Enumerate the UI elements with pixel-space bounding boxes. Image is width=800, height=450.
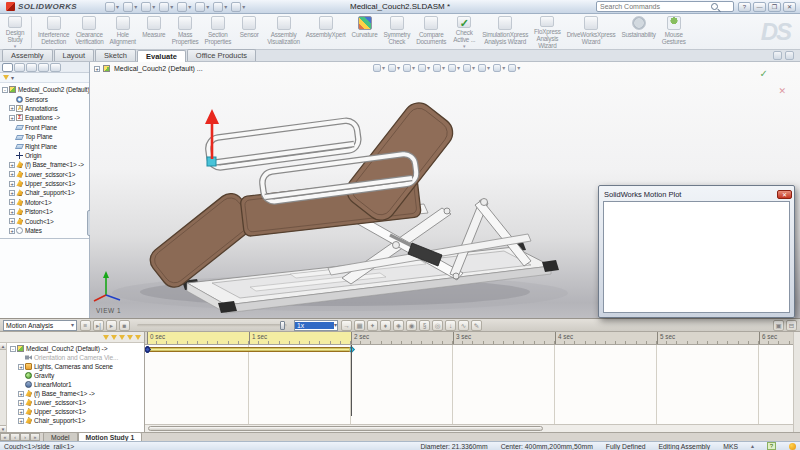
vertical-scrollbar[interactable]: ▲ ▼ [0,343,7,432]
timeline-position-slider[interactable] [137,324,287,327]
view-tool-button[interactable]: ▾ [418,64,430,72]
tab-nav-button[interactable]: « [0,433,10,441]
ribbon-button[interactable]: FloXpress Analysis Wizard ▾ [531,16,564,49]
quick-access-button[interactable]: ▾ [141,2,155,12]
expand-toggle-icon[interactable]: + [9,171,15,177]
feature-tree-item[interactable]: Origin [0,151,89,160]
zoom-icon[interactable] [773,51,782,60]
motion-tree-item[interactable]: LinearMotor1 [7,380,144,389]
toolbar-button[interactable]: ▦ [354,320,365,331]
view-tool-button[interactable]: ▾ [508,64,520,72]
ribbon-button[interactable]: Hole Alignment ▾ [107,16,139,49]
feature-tree-item[interactable]: + Upper_scissor<1> [0,179,89,188]
close-icon[interactable]: ✕ [777,190,792,199]
ribbon-button[interactable]: SimulationXpress Analysis Wizard ▾ [479,16,531,49]
search-commands-box[interactable] [596,1,734,12]
feature-tree-item[interactable]: + Motor<1> [0,198,89,207]
ribbon-button[interactable]: Mouse Gestures ▾ [659,16,689,49]
scroll-down-icon[interactable]: ▼ [0,425,6,432]
expand-toggle-icon[interactable]: + [9,181,15,187]
chevron-up-icon[interactable]: ▴ [751,443,754,449]
view-tool-button[interactable]: ▾ [463,64,475,72]
expand-toggle-icon[interactable]: + [18,391,24,397]
filter-driving-icon[interactable] [119,335,125,340]
toolbar-button[interactable]: ◈ [393,320,404,331]
toolbar-button[interactable]: ∿ [458,320,469,331]
search-icon[interactable] [711,3,718,10]
view-tool-button[interactable]: ▾ [478,64,490,72]
feature-tree-item[interactable]: Top Plane [0,132,89,141]
expand-toggle-icon[interactable]: + [9,115,15,121]
ribbon-button[interactable]: Curvature ▾ [349,16,381,49]
motion-tree-item[interactable]: + (f) Base_frame<1> -> [7,389,144,398]
timebar-playhead[interactable] [351,345,352,416]
ribbon-button[interactable]: Symmetry Check ▾ [380,16,413,49]
feature-tree-item[interactable]: + Annotations [0,104,89,113]
feature-tree-item[interactable]: + Equations -> [0,113,89,122]
display-manager-tab-icon[interactable] [50,63,61,72]
expand-toggle-icon[interactable]: + [18,418,24,424]
command-tab[interactable]: Layout [54,49,95,61]
toolbar-button[interactable]: ≡ [80,320,91,331]
view-tool-button[interactable]: ▾ [493,64,505,72]
expand-toggle-icon[interactable]: - [10,346,16,352]
quick-access-button[interactable]: ▾ [195,2,209,12]
expand-toggle-icon[interactable]: + [18,409,24,415]
confirmation-check-icon[interactable]: ✓ [760,68,768,79]
window-button[interactable]: ? [738,2,751,12]
command-tab[interactable]: Office Products [187,49,256,61]
quick-access-button[interactable]: ▾ [123,2,137,12]
panel-split-divider[interactable] [0,238,89,239]
command-tab[interactable]: Sketch [95,49,136,61]
ribbon-button[interactable]: Mass Properties ▾ [169,16,202,49]
motion-plot-titlebar[interactable]: SolidWorks Motion Plot ✕ [601,188,792,200]
feature-tree-item[interactable]: Right Plane [0,141,89,150]
search-input[interactable] [597,3,709,10]
expand-toggle-icon[interactable]: + [18,364,24,370]
configuration-manager-tab-icon[interactable] [26,63,37,72]
playback-speed-dropdown[interactable]: 1x ▾ [294,320,338,331]
feature-tree-item[interactable]: + Chair_support<1> [0,188,89,197]
feature-tree-item[interactable]: Sensors [0,94,89,103]
view-tool-button[interactable]: ▾ [403,64,415,72]
expand-toggle-icon[interactable]: + [9,228,15,234]
filter-animated-icon[interactable] [111,335,117,340]
motion-tree-item[interactable]: Gravity [7,371,144,380]
ribbon-button[interactable]: Sustainability ▾ [618,16,658,49]
quick-access-button[interactable]: ▾ [213,2,227,12]
horizontal-scrollbar[interactable] [145,424,793,432]
motion-tree-item[interactable]: - Medical_Couch2 (Default) -> [7,344,144,353]
motion-tree-item[interactable]: + Upper_scissor<1> [7,407,144,416]
window-button[interactable]: ❐ [768,2,781,12]
ribbon-button[interactable]: Design Study ▾ [2,16,32,49]
expand-toggle-icon[interactable]: + [9,190,15,196]
filter-results-icon[interactable] [135,335,141,340]
ribbon-button[interactable]: Compare Documents ▾ [413,16,449,49]
ribbon-button[interactable]: Section Properties ▾ [202,16,235,49]
confirmation-cancel-icon[interactable]: ✕ [778,86,786,96]
expand-toggle-icon[interactable]: + [9,209,15,215]
notification-icon[interactable] [789,443,796,450]
scroll-up-icon[interactable]: ▲ [0,343,6,350]
toolbar-button[interactable]: ▸ [106,320,117,331]
quick-access-button[interactable]: ▾ [231,2,245,12]
feature-tree-item[interactable]: + Lower_scissor<1> [0,170,89,179]
expand-toggle-icon[interactable]: + [18,400,24,406]
ribbon-button[interactable]: Measure ▾ [139,16,169,49]
feature-tree-item[interactable]: + (f) Base_frame<1> -> [0,160,89,169]
ribbon-button[interactable]: Sensor ▾ [234,16,264,49]
expand-toggle-icon[interactable]: + [9,105,15,111]
toolbar-button[interactable]: ◎ [432,320,443,331]
toolbar-button[interactable]: ♦ [380,320,391,331]
timeline-ruler[interactable]: 0 sec 1 sec 2 sec [145,332,793,345]
expand-toggle-icon[interactable]: - [2,87,8,93]
feature-tree-item[interactable]: - Medical_Couch2 (Default) -> [0,85,89,94]
window-button[interactable]: — [753,2,766,12]
property-manager-tab-icon[interactable] [14,63,25,72]
timeline-pane[interactable]: 0 sec 1 sec 2 sec [145,332,793,432]
study-type-dropdown[interactable]: Motion Analysis ▾ [3,320,77,331]
quick-access-button[interactable]: ▾ [159,2,173,12]
toolbar-button[interactable]: → [341,320,352,331]
scrollbar-thumb[interactable] [148,426,543,431]
expand-toggle-icon[interactable]: + [94,66,100,72]
